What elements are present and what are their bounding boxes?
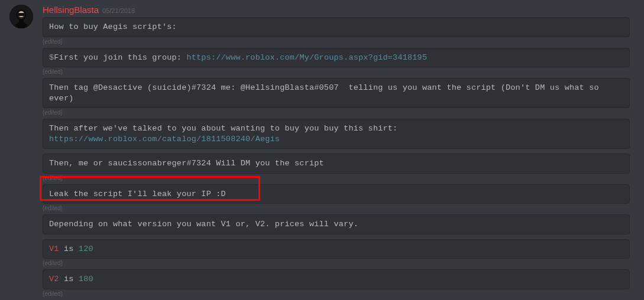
- code-block: V1 is 120: [43, 239, 630, 259]
- code-block: V2 is 180: [43, 269, 630, 289]
- code-block: Leak the script I'll leak your IP :D: [43, 184, 630, 204]
- svg-rect-3: [18, 13, 24, 16]
- author-name[interactable]: HellsingBlasta: [43, 5, 99, 15]
- version-label: V1: [49, 244, 59, 253]
- message-body: How to buy Aegis script's:(edited)$First…: [43, 17, 630, 297]
- edited-indicator: (edited): [43, 260, 630, 266]
- message-header: HellsingBlasta 05/21/2018: [43, 5, 630, 15]
- code-block: $First you join this group: https://www.…: [43, 48, 630, 68]
- edited-indicator: (edited): [43, 38, 630, 45]
- message-timestamp: 05/21/2018: [102, 7, 135, 14]
- avatar-image: [9, 5, 33, 28]
- code-block: Then, me or saucissonabreger#7324 Will D…: [43, 154, 630, 174]
- price-value: 180: [79, 275, 93, 283]
- edited-indicator: (edited): [43, 109, 630, 116]
- chat-message: HellsingBlasta 05/21/2018 How to buy Aeg…: [0, 0, 644, 300]
- version-label: V2: [49, 275, 59, 283]
- link-text: https://www.roblox.com/My/Groups.aspx?gi…: [186, 53, 427, 62]
- code-block: Depending on what version you want V1 or…: [43, 214, 630, 234]
- avatar[interactable]: [9, 5, 33, 28]
- code-block: How to buy Aegis script's:: [43, 17, 630, 37]
- code-block: Then tag @Desactive (suicide)#7324 me: @…: [43, 78, 630, 108]
- edited-indicator: (edited): [43, 291, 630, 297]
- edited-indicator: (edited): [43, 205, 630, 211]
- code-block: Then after we've talked to you about wan…: [43, 119, 630, 149]
- message-content: HellsingBlasta 05/21/2018 How to buy Aeg…: [43, 5, 635, 300]
- avatar-column: [9, 5, 43, 300]
- edited-indicator: (edited): [43, 175, 630, 181]
- edited-indicator: (edited): [43, 69, 630, 75]
- price-value: 120: [79, 244, 93, 253]
- link-text: https://www.roblox.com/catalog/181150824…: [49, 135, 280, 144]
